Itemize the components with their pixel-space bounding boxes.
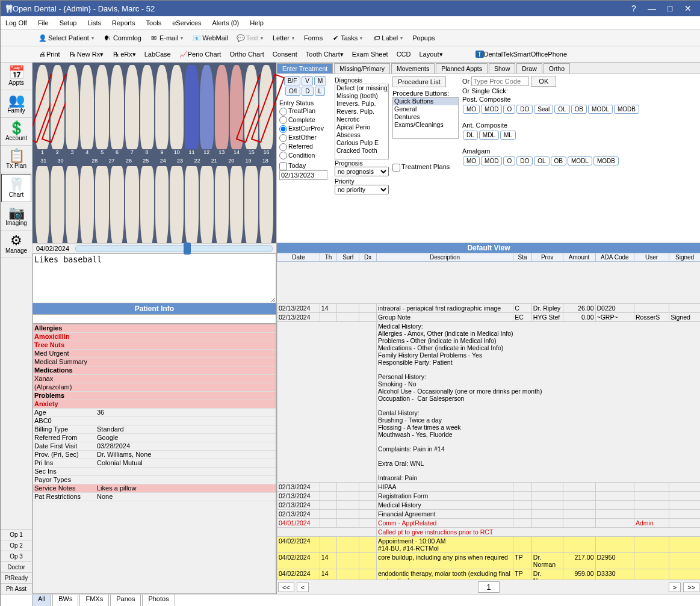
tb-webmail[interactable]: 📧WebMail: [190, 34, 231, 43]
tb-layout[interactable]: Layout▾: [417, 51, 445, 58]
proc-modb[interactable]: MODB: [614, 105, 639, 114]
tab-draw[interactable]: Draw: [516, 63, 542, 73]
tooth-25[interactable]: [140, 166, 154, 243]
surf-oi[interactable]: O/I: [285, 87, 300, 96]
proc-ob[interactable]: OB: [571, 105, 587, 114]
treatment-plans-checkbox[interactable]: Treatment Plans: [392, 163, 459, 172]
table-row[interactable]: 04/02/202414endodontic therapy, molar to…: [277, 569, 701, 580]
status-complete[interactable]: Complete: [279, 116, 331, 125]
tooth-2[interactable]: [51, 65, 64, 149]
tb-new-rx[interactable]: ℞New Rx▾: [66, 51, 107, 58]
tb-print[interactable]: 🖨Print: [36, 51, 63, 58]
tab-enter-treatment[interactable]: Enter Treatment: [277, 63, 333, 73]
tooth-26[interactable]: [125, 166, 139, 243]
surf-m[interactable]: M: [314, 76, 326, 85]
nav-appts[interactable]: 📅Appts: [1, 63, 32, 90]
pi-row[interactable]: Age36: [33, 409, 276, 417]
tooth-16[interactable]: [259, 65, 273, 149]
date-slider[interactable]: [75, 245, 273, 252]
tab-movements[interactable]: Movements: [391, 63, 435, 73]
tooth-3[interactable]: [66, 65, 79, 149]
surf-l[interactable]: L: [315, 87, 326, 96]
pi-row[interactable]: Payor Types: [33, 476, 276, 484]
tooth-19[interactable]: [230, 166, 244, 243]
procedure-buttons-list[interactable]: Quick ButtonsGeneralDenturesExams/Cleani…: [392, 97, 459, 139]
tooth-7[interactable]: [125, 65, 139, 149]
pi-row[interactable]: Tree Nuts: [33, 341, 276, 350]
pi-row[interactable]: Referred FromGoogle: [33, 434, 276, 442]
menu-lists[interactable]: Lists: [87, 19, 101, 26]
pi-row[interactable]: Medical Summary: [33, 358, 276, 366]
patient-note[interactable]: Likes baseball: [33, 253, 276, 303]
nav-imaging[interactable]: 📷Imaging: [1, 203, 32, 230]
surf-bf[interactable]: B/F: [284, 76, 301, 85]
nav-tx plan[interactable]: 📋Tx Plan: [1, 146, 32, 173]
tooth-32[interactable]: [36, 166, 49, 243]
status-exstcurprov[interactable]: ExstCurProv: [279, 124, 331, 133]
table-row[interactable]: 02/13/202414intraoral - periapical first…: [277, 304, 701, 313]
page-input[interactable]: [478, 581, 500, 593]
proc-dl[interactable]: DL: [463, 131, 478, 140]
op-op-3[interactable]: Op 3: [1, 551, 32, 561]
op-doctor[interactable]: Doctor: [1, 561, 32, 572]
tooth-21[interactable]: [200, 166, 214, 243]
tb-select-patient[interactable]: 👤Select Patient▾: [36, 34, 98, 43]
tb-tasks[interactable]: ✔Tasks▾: [328, 34, 367, 43]
priority-select[interactable]: no priority: [335, 185, 389, 194]
tooth-8[interactable]: [140, 65, 154, 149]
ftab-fmxs[interactable]: FMXs: [79, 595, 109, 606]
close-icon[interactable]: ✕: [679, 4, 697, 13]
pi-row[interactable]: Pri InsColonial Mutual: [33, 459, 276, 468]
tooth-6[interactable]: [110, 65, 124, 149]
nav-family[interactable]: 👥Family: [1, 90, 32, 118]
tb-labcase[interactable]: LabCase: [142, 51, 173, 58]
nav-chart[interactable]: 🦷Chart: [1, 174, 31, 202]
pi-row[interactable]: Amoxicillin: [33, 333, 276, 341]
proc-mo[interactable]: MO: [463, 105, 480, 114]
prognosis-select[interactable]: no prognosis: [335, 167, 389, 176]
pi-row[interactable]: Pat RestrictionsNone: [33, 493, 276, 501]
status-referred[interactable]: Referred: [279, 142, 331, 151]
pi-row[interactable]: Medications: [33, 366, 276, 375]
tooth-29[interactable]: [80, 166, 94, 243]
pi-row[interactable]: ABC0: [33, 417, 276, 425]
tb-perio-chart[interactable]: 📈Perio Chart: [177, 51, 224, 58]
proc-mdl[interactable]: MDL: [479, 131, 499, 140]
diagnosis-list[interactable]: Defect (or missing)Missing (tooth)Irreve…: [335, 84, 389, 159]
menu-file[interactable]: File: [38, 19, 49, 26]
proc-mo[interactable]: MO: [463, 156, 480, 165]
proc-ol[interactable]: OL: [554, 105, 569, 114]
tooth-30[interactable]: [66, 166, 79, 243]
table-row[interactable]: 04/02/202414core buildup, including any …: [277, 553, 701, 569]
tb-consent[interactable]: Consent: [270, 51, 300, 58]
proc-ol[interactable]: OL: [534, 156, 549, 165]
ftab-photos[interactable]: Photos: [142, 595, 175, 606]
tb-ccd[interactable]: CCD: [394, 51, 413, 58]
tooth-12[interactable]: [200, 65, 214, 149]
table-row[interactable]: 02/13/2024HIPAA: [277, 483, 701, 492]
tb-ortho-chart[interactable]: Ortho Chart: [227, 51, 266, 58]
tooth-28[interactable]: [95, 166, 109, 243]
op-ph-asst[interactable]: Ph Asst: [1, 583, 32, 594]
tooth-31[interactable]: [51, 166, 64, 243]
tooth-22[interactable]: [185, 166, 199, 243]
tb-forms[interactable]: Forms: [301, 34, 326, 42]
maximize-icon[interactable]: □: [661, 4, 679, 13]
table-row[interactable]: 04/02/2024Appointment - 10:00 AM#14-BU, …: [277, 537, 701, 553]
pi-row[interactable]: Prov. (Pri, Sec)Dr. Williams, None: [33, 451, 276, 459]
table-row[interactable]: 02/13/2024Group NoteECHYG Stef0.00~GRP~R…: [277, 313, 701, 322]
tooth-18[interactable]: [244, 166, 258, 243]
menu-log-off[interactable]: Log Off: [5, 19, 27, 26]
menu-setup[interactable]: Setup: [60, 19, 77, 26]
pi-row[interactable]: Allergies: [33, 324, 276, 333]
tooth-27[interactable]: [110, 166, 124, 243]
proc-o[interactable]: O: [503, 156, 515, 165]
tb-popups[interactable]: Popups: [409, 34, 438, 42]
pi-row[interactable]: Service NotesLikes a pillow: [33, 484, 276, 493]
proc-do[interactable]: DO: [516, 105, 533, 114]
op-op-1[interactable]: Op 1: [1, 529, 32, 540]
nav-account[interactable]: 💲Account: [1, 118, 32, 146]
status-condition[interactable]: Condition: [279, 151, 331, 160]
tooth-4[interactable]: [80, 65, 94, 149]
pi-row[interactable]: Sec Ins: [33, 468, 276, 476]
